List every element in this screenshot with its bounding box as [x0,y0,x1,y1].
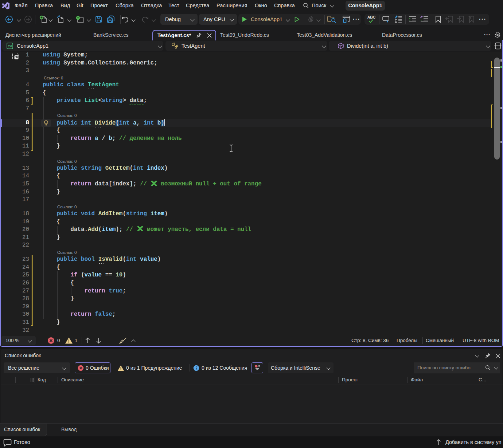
svg-text:C#: C# [8,44,12,48]
